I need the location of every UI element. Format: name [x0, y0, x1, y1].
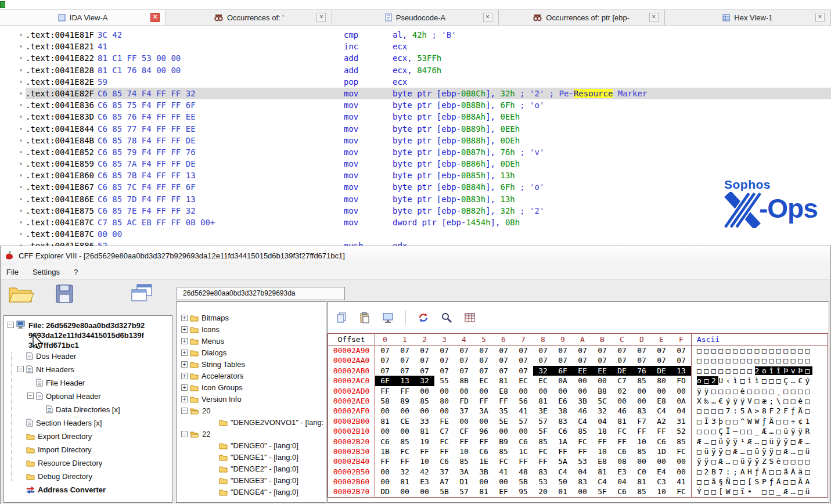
collapse-icon[interactable]: −	[181, 431, 188, 437]
hex-byte[interactable]: 42	[415, 467, 434, 477]
hex-byte[interactable]: C7	[434, 426, 454, 436]
asm-line[interactable]: .text:0041E84BC6 85 78 F4 FF FF DEmovbyt…	[26, 135, 831, 146]
tree-item-import-directory[interactable]: Import Directory	[4, 444, 171, 457]
save-icon[interactable]	[55, 283, 74, 304]
hex-byte[interactable]: 76	[632, 366, 652, 376]
hex-byte[interactable]: 07	[632, 345, 652, 355]
asm-line[interactable]: .text:0041E867C6 85 7C F4 FF FF 6Fmovbyt…	[26, 181, 831, 193]
hex-byte[interactable]: 00	[632, 396, 652, 406]
hex-byte[interactable]: 00	[415, 386, 434, 396]
ascii-cell[interactable]: ÿÿ□□□□è□□□□¸□□□□	[692, 386, 828, 396]
hex-byte[interactable]: DE	[612, 366, 632, 376]
hex-byte[interactable]: 07	[533, 355, 553, 365]
hex-byte[interactable]: 32	[395, 467, 415, 477]
hex-byte[interactable]: 07	[553, 345, 573, 355]
ascii-cell[interactable]: □□□□□□□□2oîîÞvÞ□	[692, 366, 828, 376]
hex-byte[interactable]: 81	[474, 487, 494, 496]
hex-byte[interactable]: 10	[454, 447, 474, 456]
hex-byte[interactable]: 07	[513, 355, 533, 365]
collapse-icon[interactable]: −	[27, 393, 34, 399]
hex-byte[interactable]: 00	[474, 386, 494, 396]
hex-byte[interactable]: 00	[652, 386, 671, 396]
hex-byte[interactable]: 1D	[652, 447, 671, 456]
hex-byte[interactable]: 00	[671, 386, 691, 396]
tree-item-export-directory[interactable]: Export Directory	[4, 430, 171, 444]
hex-byte[interactable]: 18	[592, 426, 612, 436]
tree-item-dialogs[interactable]: +Dialogs	[177, 347, 326, 359]
hex-byte[interactable]: FF	[415, 447, 434, 456]
asm-line[interactable]: .text:0041E860C6 85 7B F4 FF FF 13movbyt…	[26, 170, 831, 181]
hex-byte[interactable]: 5F	[592, 487, 612, 496]
hex-byte[interactable]: 57	[454, 487, 474, 496]
hex-byte[interactable]: 3B	[474, 467, 494, 477]
hex-byte[interactable]: 00	[494, 426, 513, 436]
refresh-icon[interactable]	[418, 312, 429, 323]
hex-byte[interactable]: FC	[612, 426, 632, 436]
hex-byte[interactable]: F7	[632, 416, 652, 426]
hex-byte[interactable]: 07	[454, 355, 474, 365]
windows-icon[interactable]	[131, 283, 153, 303]
hex-byte[interactable]: E8	[494, 386, 513, 396]
hex-byte[interactable]: 95	[513, 487, 533, 496]
asm-line[interactable]: .text:0041E88652pushedx	[26, 240, 831, 246]
hex-byte[interactable]: 00	[573, 487, 592, 496]
expand-icon[interactable]: +	[181, 326, 188, 333]
hex-byte[interactable]: 07	[671, 355, 691, 365]
hex-byte[interactable]: FC	[671, 487, 691, 496]
hex-byte[interactable]: 10	[415, 456, 434, 466]
hex-byte[interactable]: 00	[415, 406, 434, 416]
hex-byte[interactable]: 83	[553, 416, 573, 426]
hex-byte[interactable]: 5B	[434, 487, 454, 496]
hex-byte[interactable]: 50	[553, 477, 573, 487]
hex-byte[interactable]: 00	[553, 386, 573, 396]
hex-byte[interactable]: 07	[632, 355, 652, 365]
tab-pseudocode-a[interactable]: Pseudocode-A×	[332, 10, 498, 25]
hex-byte[interactable]: 0A	[553, 376, 573, 386]
hex-byte[interactable]: 00	[671, 456, 691, 466]
hex-byte[interactable]: FF	[573, 447, 592, 456]
tree-item-file-26d5629e80aa0bd3d327b929693da12e11fd34415015d6b139f3f27ffd671bc1[interactable]: −File: 26d5629e80aa0bd3d327b929693da12e1…	[4, 319, 171, 350]
hex-byte[interactable]: FF	[474, 437, 494, 447]
asm-line[interactable]: .text:0041E82141incecx	[26, 41, 831, 52]
hex-byte[interactable]: A2	[652, 416, 671, 426]
hex-byte[interactable]: 55	[434, 376, 454, 386]
tree-item-address-converter[interactable]: Address Converter	[4, 484, 171, 497]
hex-byte[interactable]: 07	[375, 345, 395, 355]
hex-byte[interactable]: A7	[434, 477, 454, 487]
hex-byte[interactable]: 07	[533, 345, 553, 355]
hex-byte[interactable]: 1C	[513, 447, 533, 456]
hex-byte[interactable]: 07	[434, 345, 454, 355]
copy-icon[interactable]	[336, 312, 347, 323]
hex-byte[interactable]: 07	[573, 345, 592, 355]
hex-byte[interactable]: 37	[434, 467, 454, 477]
hex-byte[interactable]: 32	[592, 406, 612, 416]
tree-item-string-tables[interactable]: +String Tables	[177, 359, 326, 370]
hex-byte[interactable]: 3B	[573, 396, 592, 406]
ascii-cell[interactable]: □□□ÇÏ–□□_Æ…□üÿÿR	[692, 426, 828, 436]
hex-byte[interactable]: 85	[632, 376, 652, 386]
hex-byte[interactable]: 02	[612, 386, 632, 396]
hex-byte[interactable]: FF	[395, 456, 415, 466]
ascii-cell[interactable]: □□□□7:5A>8F2FƒÄ□	[692, 406, 828, 416]
hex-byte[interactable]: 3A	[454, 467, 474, 477]
tab-occurrences-of-ptr-ebp[interactable]: Occurrences of: ptr [ebp-×	[499, 10, 665, 25]
hex-byte[interactable]: 00	[395, 426, 415, 436]
search-icon[interactable]	[441, 312, 452, 323]
hex-byte[interactable]: E8	[652, 396, 671, 406]
asm-line[interactable]: .text:0041E83DC6 85 76 F4 FF FF EEmovbyt…	[26, 111, 831, 123]
menu-help[interactable]: ?	[74, 268, 78, 276]
hex-byte[interactable]: 31	[671, 416, 691, 426]
hex-byte[interactable]: 83	[573, 477, 592, 487]
hex-byte[interactable]: C4	[652, 406, 671, 416]
hex-byte[interactable]: 81	[533, 396, 553, 406]
hex-byte[interactable]: 07	[494, 355, 513, 365]
tab-occurrences-of[interactable]: Occurrences of: '×	[166, 10, 332, 25]
hex-byte[interactable]: 10	[632, 437, 652, 447]
hex-byte[interactable]: C4	[592, 477, 612, 487]
tree-item-section-headers-x[interactable]: Section Headers [x]	[4, 417, 171, 430]
hex-byte[interactable]: 13	[395, 376, 415, 386]
asm-line[interactable]: .text:0041E82881 C1 76 84 00 00addecx, 8…	[26, 64, 831, 76]
hex-byte[interactable]: E4	[652, 467, 671, 477]
hex-byte[interactable]: FF	[612, 437, 632, 447]
hex-byte[interactable]: CF	[454, 426, 474, 436]
